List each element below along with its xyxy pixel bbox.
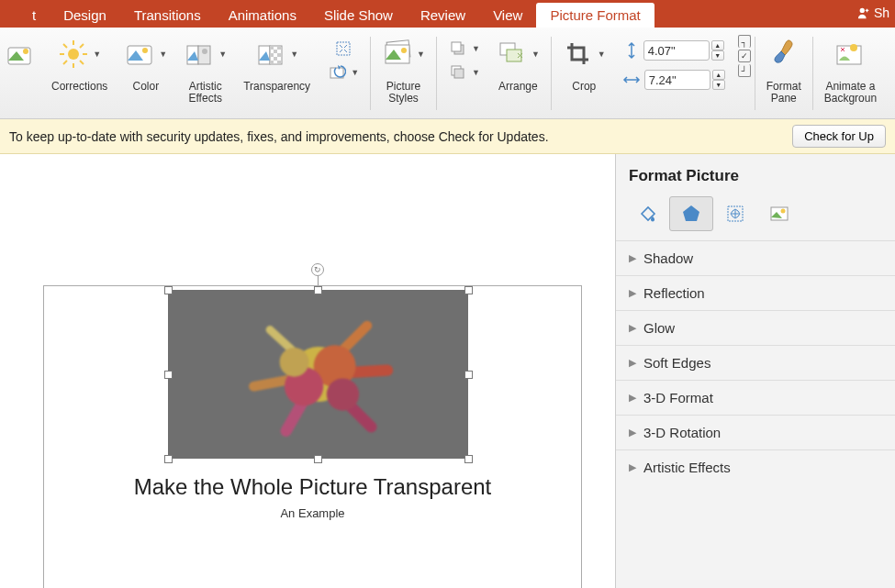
animate-background-button[interactable]: Animate a Backgroun <box>817 33 884 117</box>
tab-animations[interactable]: Animations <box>215 3 310 28</box>
reset-icon <box>328 63 346 82</box>
sun-icon <box>58 39 89 70</box>
check-for-updates-button[interactable]: Check for Up <box>792 125 886 148</box>
selected-picture[interactable] <box>168 290 468 459</box>
tab-view[interactable]: View <box>479 3 536 28</box>
section-reflection[interactable]: ▶Reflection <box>616 275 895 310</box>
width-icon <box>622 72 641 88</box>
arrange-button[interactable]: ▼ Arrange <box>489 33 547 117</box>
format-picture-panel: Format Picture ▶Shadow ▶Reflection ▶Glow… <box>615 154 895 588</box>
remove-background-partial[interactable]: . <box>4 33 42 117</box>
chevron-right-icon: ▶ <box>629 461 636 473</box>
chevron-down-icon: ▼ <box>290 50 298 59</box>
share-button[interactable]: Sh <box>857 6 889 20</box>
chevron-down-icon: ▼ <box>531 50 540 59</box>
tab-design[interactable]: Design <box>50 3 120 28</box>
svg-rect-26 <box>277 61 281 64</box>
tab-picture-format[interactable]: Picture Format <box>536 3 654 28</box>
panel-tab-fill[interactable] <box>625 196 669 231</box>
height-step-up[interactable]: ▲ <box>711 40 724 50</box>
chevron-down-icon: ▼ <box>93 50 101 59</box>
compress-pictures-button[interactable] <box>333 39 353 59</box>
svg-point-31 <box>401 48 407 53</box>
svg-point-44 <box>326 378 358 410</box>
svg-line-11 <box>80 44 84 48</box>
size-arrows-icon <box>724 203 746 225</box>
animate-bg-icon <box>835 40 865 68</box>
paint-bucket-icon <box>636 203 658 225</box>
svg-point-13 <box>142 48 148 53</box>
svg-rect-21 <box>274 50 277 53</box>
chevron-down-icon: ▼ <box>218 50 227 59</box>
tab-review[interactable]: Review <box>407 3 479 28</box>
ribbon: . ▼ Corrections ▼ Color ▼ Artistic Effec… <box>0 28 895 119</box>
chevron-right-icon: ▶ <box>629 392 636 404</box>
picture-styles-button[interactable]: ▼ Picture Styles <box>375 33 432 117</box>
height-field[interactable]: 4.07" ▲▼ <box>623 40 724 61</box>
svg-rect-22 <box>270 53 274 57</box>
section-3d-format[interactable]: ▶3-D Format <box>616 380 895 415</box>
handle-tl[interactable] <box>164 286 173 294</box>
height-step-down[interactable]: ▼ <box>711 50 724 61</box>
corrections-button[interactable]: ▼ Corrections <box>44 33 115 117</box>
artistic-effects-button[interactable]: ▼ Artistic Effects <box>176 33 234 117</box>
send-backward-button[interactable]: ▼ <box>448 62 480 83</box>
tab-insert-partial[interactable]: t <box>18 3 50 28</box>
width-step-down[interactable]: ▼ <box>712 80 725 90</box>
lock-top[interactable]: ┐ <box>738 35 751 48</box>
compress-icon <box>334 39 352 58</box>
section-shadow[interactable]: ▶Shadow <box>616 240 895 275</box>
crop-button[interactable]: ▼ Crop <box>555 33 613 117</box>
handle-ml[interactable] <box>164 371 173 379</box>
rotation-handle[interactable]: ↻ <box>311 263 324 276</box>
svg-point-3 <box>68 49 79 60</box>
panel-tab-picture[interactable] <box>757 196 801 231</box>
handle-br[interactable] <box>464 455 473 463</box>
color-button[interactable]: ▼ Color <box>117 33 174 117</box>
svg-rect-25 <box>270 61 274 64</box>
svg-point-0 <box>860 8 865 13</box>
transparency-button[interactable]: ▼ Transparency <box>236 33 318 117</box>
lock-check[interactable]: ✓ <box>738 50 751 62</box>
handle-tm[interactable] <box>314 286 322 294</box>
panel-tab-size[interactable] <box>713 196 757 231</box>
picture-styles-icon <box>382 39 413 69</box>
banner-text: To keep up-to-date with security updates… <box>9 129 549 144</box>
color-explosion-image <box>236 305 401 443</box>
bring-forward-button[interactable]: ▼ <box>448 39 480 59</box>
lock-bottom[interactable]: ┘ <box>738 64 751 77</box>
section-glow[interactable]: ▶Glow <box>616 310 895 345</box>
handle-bm[interactable] <box>314 455 322 463</box>
svg-point-39 <box>850 44 857 51</box>
chevron-right-icon: ▶ <box>629 287 636 299</box>
share-person-icon <box>857 6 870 19</box>
section-3d-rotation[interactable]: ▶3-D Rotation <box>616 415 895 449</box>
handle-bl[interactable] <box>164 455 173 463</box>
slide-canvas[interactable]: ↻ <box>0 154 615 588</box>
transparency-icon <box>257 40 285 68</box>
svg-rect-23 <box>277 53 281 57</box>
handle-tr[interactable] <box>464 286 473 294</box>
svg-rect-20 <box>277 46 281 50</box>
slide-subtitle: An Example <box>44 506 581 520</box>
tab-slideshow[interactable]: Slide Show <box>310 3 407 28</box>
size-group: 4.07" ▲▼ 7.24" ▲▼ <box>615 33 733 117</box>
section-artistic-effects[interactable]: ▶Artistic Effects <box>616 449 895 484</box>
svg-line-10 <box>63 61 67 64</box>
width-step-up[interactable]: ▲ <box>712 70 725 80</box>
height-icon <box>623 41 640 60</box>
svg-rect-12 <box>128 46 151 64</box>
section-soft-edges[interactable]: ▶Soft Edges <box>616 345 895 380</box>
reset-picture-button[interactable]: ▼ <box>327 62 359 83</box>
chevron-down-icon: ▼ <box>472 44 480 53</box>
tab-bar: t Design Transitions Animations Slide Sh… <box>0 0 895 28</box>
svg-line-8 <box>63 44 67 48</box>
svg-rect-33 <box>452 42 461 51</box>
format-pane-button[interactable]: Format Pane <box>759 33 809 117</box>
tab-transitions[interactable]: Transitions <box>120 3 215 28</box>
width-field[interactable]: 7.24" ▲▼ <box>622 70 725 90</box>
chevron-down-icon: ▼ <box>598 50 606 59</box>
handle-mr[interactable] <box>464 371 473 379</box>
chevron-right-icon: ▶ <box>629 427 636 438</box>
panel-tab-effects[interactable] <box>669 196 713 231</box>
